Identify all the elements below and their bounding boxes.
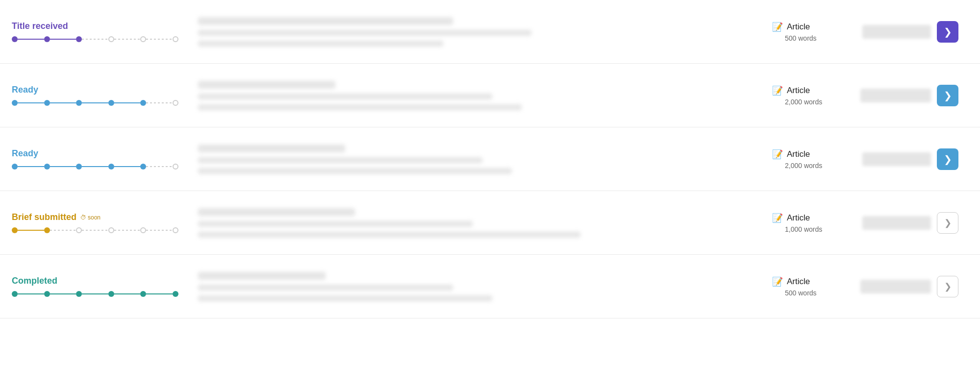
navigate-button[interactable]: ❯ xyxy=(937,212,958,234)
article-type: 📝Article xyxy=(772,213,851,223)
list-row-row-3: Ready📝Article2,000 words❯ xyxy=(0,127,980,191)
progress-track xyxy=(12,164,178,170)
document-icon: 📝 xyxy=(772,276,783,287)
content-column xyxy=(178,272,762,301)
progress-track xyxy=(12,100,178,106)
content-column xyxy=(178,81,762,110)
progress-line xyxy=(146,166,173,167)
progress-dot-filled xyxy=(12,227,18,233)
article-column: 📝Article500 words xyxy=(762,22,860,42)
action-column: ❯ xyxy=(860,148,968,170)
chevron-right-icon: ❯ xyxy=(944,218,952,228)
progress-dot-filled xyxy=(12,36,18,42)
progress-line xyxy=(82,102,108,103)
content-line1-blur xyxy=(198,30,531,36)
progress-line xyxy=(18,39,44,40)
status-column: Ready xyxy=(12,148,178,170)
progress-line xyxy=(146,230,173,231)
word-count: 2,000 words xyxy=(772,162,851,170)
progress-dot-filled xyxy=(44,164,50,170)
progress-line xyxy=(146,293,173,294)
progress-dot-filled xyxy=(108,164,114,170)
progress-track xyxy=(12,227,178,233)
content-column xyxy=(178,17,762,47)
progress-line xyxy=(82,166,108,167)
chevron-right-icon: ❯ xyxy=(944,281,952,292)
progress-dot-filled xyxy=(108,100,114,106)
word-count: 500 words xyxy=(772,34,851,42)
content-line2-blur xyxy=(198,41,443,47)
progress-dot-filled xyxy=(173,291,178,297)
article-type: 📝Article xyxy=(772,149,851,160)
action-blur xyxy=(862,25,931,39)
progress-line xyxy=(50,293,76,294)
status-label: Title received xyxy=(12,21,178,31)
clock-icon: ⏱ xyxy=(80,214,86,221)
article-column: 📝Article2,000 words xyxy=(762,85,860,106)
chevron-right-icon: ❯ xyxy=(944,26,952,38)
action-column: ❯ xyxy=(860,21,968,43)
progress-dot-empty xyxy=(173,100,178,106)
progress-dot-filled xyxy=(44,291,50,297)
progress-dot-filled xyxy=(76,164,82,170)
progress-dot-filled xyxy=(140,291,146,297)
soon-badge: ⏱ soon xyxy=(80,214,101,221)
action-blur xyxy=(860,89,931,102)
progress-line xyxy=(50,166,76,167)
document-icon: 📝 xyxy=(772,22,783,32)
article-column: 📝Article1,000 words xyxy=(762,213,860,233)
document-icon: 📝 xyxy=(772,149,783,160)
article-type: 📝Article xyxy=(772,85,851,96)
list-row-row-1: Title received📝Article500 words❯ xyxy=(0,0,980,64)
status-label: Brief submitted⏱ soon xyxy=(12,212,178,222)
progress-line xyxy=(18,293,44,294)
progress-dot-filled xyxy=(44,36,50,42)
progress-line xyxy=(18,166,44,167)
content-line1-blur xyxy=(198,221,473,227)
progress-line xyxy=(50,39,76,40)
content-line2-blur xyxy=(198,104,522,110)
document-icon: 📝 xyxy=(772,213,783,223)
progress-line xyxy=(114,166,141,167)
progress-line xyxy=(114,293,141,294)
progress-line xyxy=(82,39,108,40)
progress-line xyxy=(114,230,141,231)
progress-dot-empty xyxy=(76,227,82,233)
content-title-blur xyxy=(198,81,335,89)
action-column: ❯ xyxy=(860,85,968,106)
navigate-button[interactable]: ❯ xyxy=(937,21,958,43)
navigate-button[interactable]: ❯ xyxy=(937,148,958,170)
navigate-button[interactable]: ❯ xyxy=(937,85,958,106)
article-type-label: Article xyxy=(787,149,810,159)
progress-dot-filled xyxy=(12,164,18,170)
article-column: 📝Article2,000 words xyxy=(762,149,860,170)
chevron-right-icon: ❯ xyxy=(944,153,952,165)
progress-line xyxy=(146,102,173,103)
article-type-label: Article xyxy=(787,22,810,32)
list-row-row-5: Completed📝Article500 words❯ xyxy=(0,255,980,318)
content-column xyxy=(178,208,762,238)
progress-dot-empty xyxy=(108,227,114,233)
action-blur xyxy=(862,216,931,230)
content-column xyxy=(178,145,762,174)
articles-list: Title received📝Article500 words❯Ready📝Ar… xyxy=(0,0,980,318)
content-line2-blur xyxy=(198,295,492,301)
progress-dot-filled xyxy=(12,100,18,106)
progress-dot-filled xyxy=(140,100,146,106)
progress-dot-empty xyxy=(140,36,146,42)
progress-dot-filled xyxy=(76,36,82,42)
progress-dot-filled xyxy=(108,291,114,297)
article-column: 📝Article500 words xyxy=(762,276,860,297)
action-blur xyxy=(860,280,931,293)
article-type: 📝Article xyxy=(772,276,851,287)
navigate-button[interactable]: ❯ xyxy=(937,276,958,297)
list-row-row-2: Ready📝Article2,000 words❯ xyxy=(0,64,980,127)
progress-line xyxy=(114,102,141,103)
progress-line xyxy=(50,230,76,231)
progress-line xyxy=(18,230,44,231)
article-type-label: Article xyxy=(787,86,810,96)
status-label: Ready xyxy=(12,85,178,95)
word-count: 1,000 words xyxy=(772,225,851,233)
content-title-blur xyxy=(198,17,453,25)
article-type: 📝Article xyxy=(772,22,851,32)
